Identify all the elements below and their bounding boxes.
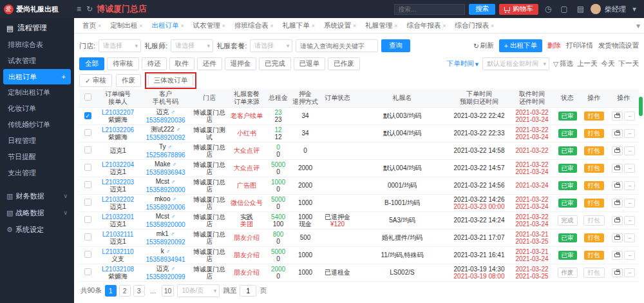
more-actions-button[interactable]: ··· — [624, 164, 635, 173]
customer-phone[interactable]: 15358934941 — [140, 256, 191, 264]
grid-icon[interactable]: ▤ — [574, 5, 587, 14]
order-number[interactable]: L21032203 — [97, 179, 139, 186]
print-button[interactable] — [612, 164, 623, 173]
query-button[interactable]: 查询 — [381, 39, 410, 52]
more-actions-button[interactable]: ··· — [624, 268, 635, 277]
status-tab[interactable]: 已退单 — [294, 57, 326, 70]
close-icon[interactable]: × — [353, 23, 356, 29]
more-actions-button[interactable]: ··· — [624, 251, 635, 260]
more-actions-button[interactable]: ··· — [624, 146, 635, 155]
status-tab[interactable]: 待还 — [142, 57, 167, 70]
order-number[interactable]: L21032108 — [97, 266, 139, 273]
new-rental-order-button[interactable]: + 出租下单 — [499, 39, 542, 52]
keyword-input[interactable] — [296, 39, 378, 52]
status-tab[interactable]: 待审核 — [107, 57, 139, 70]
customer-phone[interactable]: 15358920092 — [140, 239, 191, 246]
sidebar-item[interactable]: 定制出租订单 — [0, 84, 74, 101]
print-button[interactable] — [612, 199, 623, 208]
select-all-checkbox[interactable] — [84, 93, 91, 101]
refresh-list-button[interactable]: ↻ 刷新 — [473, 41, 494, 50]
customer-phone[interactable]: 15358920000 — [140, 186, 191, 194]
print-button[interactable] — [612, 216, 623, 225]
sidebar-item[interactable]: 出租订单+ — [3, 69, 71, 84]
print-detail-button[interactable]: 打印详情 — [566, 41, 593, 50]
print-button[interactable] — [612, 268, 623, 277]
pack-button[interactable]: 打包 — [584, 146, 604, 155]
fullscreen-icon[interactable]: ▢ — [558, 5, 570, 14]
close-icon[interactable]: × — [98, 23, 101, 29]
sidebar-item[interactable]: 试衣管理 — [0, 53, 74, 69]
more-actions-button[interactable]: ··· — [624, 129, 635, 138]
modify-order-button[interactable]: 三体改订单 — [148, 74, 194, 87]
order-number[interactable]: L21032111 — [97, 231, 139, 239]
global-search-input[interactable] — [394, 4, 465, 15]
page-size-select[interactable]: 10条/页 — [177, 284, 220, 297]
page-tab[interactable]: 试衣管理× — [189, 18, 230, 34]
logistics-settings-button[interactable]: 发货物流设置 — [598, 41, 639, 50]
cart-button[interactable]: 购物车 — [499, 4, 538, 15]
row-checkbox[interactable]: ✓ — [84, 112, 91, 119]
row-checkbox[interactable] — [84, 146, 91, 153]
hamburger-icon[interactable]: ≡ — [74, 5, 84, 14]
chevron-down-icon[interactable]: ▾ — [630, 5, 639, 14]
page-number[interactable]: 3 — [133, 285, 145, 297]
sidebar-group[interactable]: ▥财务数据∨ — [0, 188, 74, 204]
package-select[interactable]: 请选择 — [250, 39, 292, 52]
page-tab[interactable]: 综合门报表× — [450, 18, 498, 34]
page-tab[interactable]: 出租订单× — [147, 18, 189, 34]
sidebar-item[interactable]: 支出管理 — [0, 165, 74, 181]
page-tab[interactable]: 礼服下单× — [278, 18, 319, 34]
status-tab[interactable]: 退押金 — [225, 57, 257, 70]
print-button[interactable] — [612, 233, 623, 242]
pack-button[interactable]: 打包 — [583, 268, 605, 278]
customer-phone[interactable]: 15358920092 — [140, 134, 191, 142]
more-actions-button[interactable]: ··· — [624, 216, 635, 225]
close-icon[interactable]: × — [139, 23, 142, 29]
order-number[interactable]: L21032201 — [97, 213, 139, 221]
more-actions-button[interactable]: ··· — [624, 112, 635, 121]
pack-button[interactable]: 打包 — [584, 181, 604, 190]
print-button[interactable] — [612, 181, 623, 190]
sidebar-item[interactable]: 日程管理 — [0, 133, 74, 149]
close-icon[interactable]: × — [442, 23, 446, 29]
row-checkbox[interactable] — [84, 181, 91, 188]
row-checkbox[interactable] — [84, 164, 91, 171]
page-tab[interactable]: 系统设置× — [319, 18, 361, 34]
sidebar-item[interactable]: 排班综合表 — [0, 37, 74, 53]
row-checkbox[interactable] — [84, 216, 91, 223]
status-tab[interactable]: 还件 — [197, 57, 222, 70]
close-icon[interactable]: × — [312, 23, 315, 29]
search-button[interactable]: 搜索 — [469, 4, 495, 15]
print-button[interactable] — [612, 112, 623, 121]
sidebar-group[interactable]: ▧战略数据∨ — [0, 204, 74, 221]
pack-button[interactable]: 打包 — [584, 199, 604, 208]
close-icon[interactable]: × — [491, 23, 494, 29]
customer-phone[interactable]: 15358920000 — [140, 221, 191, 229]
clock-icon[interactable]: ◷ — [542, 5, 554, 14]
customer-phone[interactable]: 15358920036 — [140, 117, 191, 124]
close-icon[interactable]: × — [222, 23, 225, 29]
tab-overflow-caret-icon[interactable]: ▾ — [636, 21, 640, 30]
order-number[interactable]: L21032204 — [97, 161, 139, 169]
sidebar-section-process[interactable]: ▤ 流程管理 — [0, 18, 74, 37]
page-tab[interactable]: 排班综合表× — [230, 18, 278, 34]
customer-phone[interactable]: 15358920006 — [140, 204, 191, 211]
sidebar-item[interactable]: 传统婚纱订单 — [0, 117, 74, 133]
order-number[interactable]: L21032110 — [97, 248, 139, 256]
sort-by-order-time[interactable]: 下单时间 ▾ — [447, 59, 478, 68]
row-checkbox[interactable] — [84, 199, 91, 206]
customer-phone[interactable]: 15358936943 — [140, 169, 191, 177]
page-number[interactable]: 1 — [105, 285, 117, 297]
sidebar-item[interactable]: 化妆订单 — [0, 101, 74, 117]
status-tab[interactable]: 已作废 — [328, 57, 360, 70]
status-tab[interactable]: 取件 — [169, 57, 194, 70]
status-tab[interactable]: 已完成 — [259, 57, 291, 70]
more-actions-button[interactable]: ··· — [624, 233, 635, 242]
print-button[interactable] — [612, 146, 623, 155]
page-tab[interactable]: 定制出租× — [106, 18, 147, 34]
more-actions-button[interactable]: ··· — [624, 181, 635, 190]
print-button[interactable] — [612, 129, 623, 138]
close-icon[interactable]: × — [270, 23, 274, 29]
pack-button[interactable]: 打包 — [583, 215, 605, 226]
page-tab[interactable]: 礼服管理× — [361, 18, 402, 34]
